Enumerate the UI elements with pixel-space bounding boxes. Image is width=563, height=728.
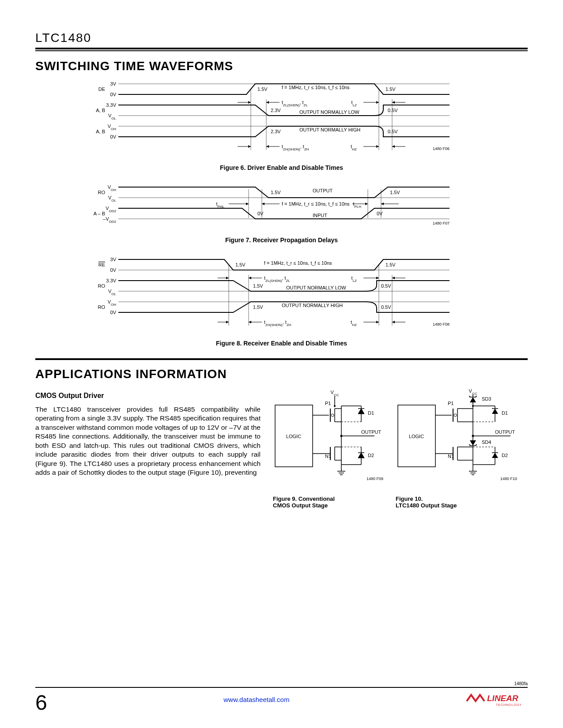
f6-ab1-note: OUTPUT NORMALLY LOW — [299, 109, 359, 115]
svg-text:VOH: VOH — [107, 124, 116, 131]
f8-re-hi: 3V — [110, 257, 116, 262]
part-number: LTC1480 — [35, 31, 528, 45]
svg-text:D2: D2 — [368, 453, 374, 458]
figure-7: VOH RO VOL 1.5V OUTPUT 1.5V VOD2 A – B –… — [35, 183, 528, 244]
footer-rule — [35, 687, 528, 688]
f6-id: 1480 F06 — [432, 146, 449, 151]
figure-9: LOGIC VCC P1 N1 — [273, 387, 388, 509]
f8-ro1: RO — [98, 283, 105, 289]
f6-ab1-hi: 3.3V — [106, 102, 116, 108]
f6-de-lo: 0V — [110, 92, 116, 97]
f8-re: RE — [98, 262, 105, 267]
svg-text:tZH(SHDN), tZH: tZH(SHDN), tZH — [264, 319, 291, 327]
svg-text:D2: D2 — [502, 453, 508, 458]
f6-ab1-th: 2.3V — [271, 108, 281, 113]
svg-text:LINEAR: LINEAR — [487, 694, 518, 703]
f8-ro1-r: 0.5V — [381, 283, 391, 289]
svg-text:SD3: SD3 — [482, 396, 491, 402]
svg-text:LOGIC: LOGIC — [286, 434, 301, 439]
svg-text:P1: P1 — [325, 401, 331, 406]
svg-text:tHZ: tHZ — [351, 144, 357, 151]
figure-8: 3V RE 0V 1.5V 1.5V f = 1MHz, t_r ≤ 10ns,… — [35, 255, 528, 347]
svg-text:VCC: VCC — [331, 390, 339, 397]
svg-text:VOL: VOL — [108, 195, 116, 203]
figure-10-caption: Figure 10.LTC1480 Output Stage — [396, 495, 521, 509]
f8-ro2-r: 0.5V — [381, 304, 391, 310]
f6-ab2: A, B — [96, 129, 105, 134]
f8-id: 1480 F08 — [432, 322, 449, 326]
rule-thin — [35, 50, 528, 51]
svg-text:tZL(SHDN), tZL: tZL(SHDN), tZL — [282, 100, 308, 107]
f8-cond: f = 1MHz, t_r ≤ 10ns, t_f ≤ 10ns — [264, 260, 332, 266]
f7-ro: RO — [98, 190, 105, 195]
svg-text:VOH: VOH — [107, 184, 116, 192]
svg-text:VOD2: VOD2 — [106, 206, 116, 213]
svg-text:D1: D1 — [368, 410, 374, 416]
f8-ro1-hi: 3.3V — [106, 278, 116, 283]
svg-text:1480 F09: 1480 F09 — [367, 477, 383, 481]
f8-re-th: 1.5V — [235, 262, 246, 267]
figure-10: LOGIC VCC SD3 P1 — [396, 387, 521, 509]
svg-point-110 — [454, 414, 457, 417]
svg-text:VOL: VOL — [108, 113, 116, 120]
svg-point-62 — [334, 405, 336, 407]
svg-text:D1: D1 — [502, 410, 508, 416]
f8-ro2: RO — [98, 304, 105, 310]
section-applications: APPLICATIONS INFORMATION — [35, 367, 528, 381]
f7-ro-th: 1.5V — [271, 190, 281, 195]
f6-de-hi: 3V — [110, 81, 116, 86]
f6-de-th2: 1.5V — [385, 86, 396, 92]
svg-point-68 — [331, 414, 334, 417]
svg-text:tLZ: tLZ — [351, 100, 357, 107]
f8-ro2-lo: 0V — [110, 310, 116, 315]
f6-ab2-th: 2.3V — [271, 129, 281, 134]
f7-id: 1480 F07 — [432, 221, 449, 225]
f8-ro2-th: 1.5V — [253, 304, 263, 310]
figure-8-caption: Figure 8. Receiver Enable and Disable Ti… — [35, 340, 528, 347]
figure-9-caption: Figure 9. ConventionalCMOS Output Stage — [273, 495, 388, 509]
svg-text:LOGIC: LOGIC — [409, 434, 424, 439]
footer-url[interactable]: www.datasheetall.com — [223, 696, 289, 703]
f8-re-th2: 1.5V — [385, 262, 396, 267]
f7-ab-th2: 0V — [377, 211, 383, 216]
f7-ab: A – B — [93, 211, 105, 216]
f7-ro-th2: 1.5V — [390, 190, 400, 195]
figure-7-caption: Figure 7. Receiver Propagation Delays — [35, 236, 528, 244]
svg-text:VOH: VOH — [107, 299, 116, 307]
svg-text:1480 F10: 1480 F10 — [500, 477, 517, 481]
svg-text:tZH(SHDN), tZH: tZH(SHDN), tZH — [282, 144, 309, 151]
svg-text:tLZ: tLZ — [351, 275, 357, 283]
f8-re-lo: 0V — [110, 267, 116, 273]
section-divider — [35, 358, 528, 360]
body-text: The LTC1480 transceiver provides full RS… — [35, 405, 261, 477]
f6-de-th: 1.5V — [257, 86, 268, 92]
f7-ab-th: 0V — [257, 211, 264, 216]
svg-text:tZL(SHDN), tZL: tZL(SHDN), tZL — [264, 275, 290, 283]
f6-de: DE — [98, 86, 105, 92]
f7-ro-note: OUTPUT — [313, 188, 333, 193]
f7-cond: f = 1MHz, t_r ≤ 10ns, t_f ≤ 10ns — [282, 201, 350, 206]
f8-ro1-note: OUTPUT NORMALLY LOW — [286, 285, 346, 290]
svg-text:tHZ: tHZ — [351, 319, 357, 327]
section-switching-waveforms: SWITCHING TIME WAVEFORMS — [35, 59, 528, 73]
f6-ab2-lo: 0V — [110, 134, 116, 139]
f8-ro2-note: OUTPUT NORMALLY HIGH — [282, 303, 343, 308]
figure-6: 3V DE 0V 1.5V 1.5V f = 1MHz, t_r ≤ 10ns,… — [35, 79, 528, 171]
svg-text:OUTPUT: OUTPUT — [361, 429, 382, 435]
f6-ab2-r: 0.5V — [388, 129, 398, 134]
f6-ab1: A, B — [96, 108, 105, 113]
svg-text:OUTPUT: OUTPUT — [495, 429, 515, 435]
svg-text:tPHL: tPHL — [216, 201, 224, 209]
figure-6-caption: Figure 6. Driver Enable and Disable Time… — [35, 164, 528, 171]
svg-text:TECHNOLOGY: TECHNOLOGY — [496, 703, 522, 706]
f6-cond: f = 1MHz, t_r ≤ 10ns, t_f ≤ 10ns — [282, 85, 350, 90]
doc-id: 1480fa — [35, 681, 528, 686]
svg-text:tPLH: tPLH — [353, 201, 361, 209]
subheading-cmos: CMOS Output Driver — [35, 392, 261, 400]
svg-text:–VOD2: –VOD2 — [103, 216, 116, 224]
f7-ab-note: INPUT — [313, 213, 327, 218]
svg-text:VOL: VOL — [108, 289, 116, 296]
page-number: 6 — [35, 690, 47, 715]
f6-ab1-r: 0.5V — [388, 108, 398, 113]
rule-thick — [35, 48, 528, 49]
